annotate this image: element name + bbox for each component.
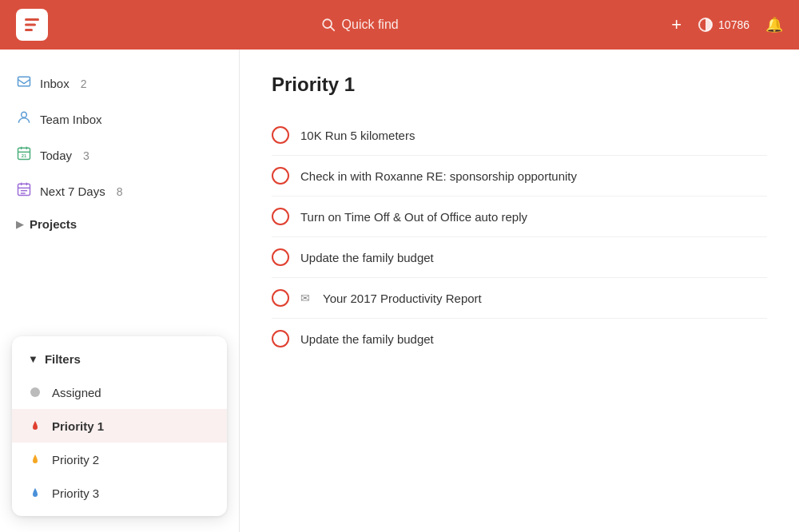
timer-value: 10786 — [718, 18, 749, 31]
today-label: Today — [40, 149, 72, 162]
sidebar-item-today[interactable]: 21 Today 3 — [0, 137, 239, 173]
task-item[interactable]: Update the family budget — [272, 237, 767, 278]
task-text: 10K Run 5 kilometers — [300, 129, 767, 142]
sidebar-projects[interactable]: ▶ Projects — [0, 209, 239, 239]
task-item[interactable]: ✉ Your 2017 Productivity Report — [272, 278, 767, 319]
today-badge: 3 — [83, 149, 89, 162]
task-checkbox[interactable] — [272, 208, 289, 225]
app-logo[interactable] — [16, 9, 48, 41]
projects-chevron: ▶ — [16, 219, 23, 230]
filter-priority2[interactable]: Priority 2 — [12, 443, 227, 476]
task-text: Check in with Roxanne RE: sponsorship op… — [300, 169, 767, 183]
svg-point-19 — [30, 387, 40, 397]
priority2-dot — [28, 452, 42, 466]
mail-icon: ✉ — [300, 292, 310, 304]
task-list: 10K Run 5 kilometers Check in with Roxan… — [272, 115, 767, 359]
svg-line-4 — [330, 27, 334, 31]
next7days-badge: 8 — [117, 185, 123, 198]
task-checkbox[interactable] — [272, 126, 289, 144]
task-item[interactable]: Update the family budget — [272, 319, 767, 359]
task-checkbox[interactable] — [272, 248, 289, 266]
task-checkbox[interactable] — [272, 167, 289, 185]
main-content: Priority 1 10K Run 5 kilometers Check in… — [240, 50, 799, 532]
priority1-dot — [28, 419, 42, 433]
filters-header[interactable]: ▼ Filters — [12, 343, 227, 375]
task-text: Your 2017 Productivity Report — [323, 292, 767, 305]
svg-rect-1 — [25, 24, 36, 26]
svg-rect-6 — [18, 77, 30, 86]
team-inbox-label: Team Inbox — [40, 113, 102, 126]
sidebar-item-next7days[interactable]: Next 7 Days 8 — [0, 173, 239, 209]
filter-assigned[interactable]: Assigned — [12, 375, 227, 409]
page-title: Priority 1 — [272, 73, 767, 96]
next7days-label: Next 7 Days — [40, 185, 105, 198]
today-icon: 21 — [16, 145, 32, 165]
task-checkbox[interactable] — [272, 330, 289, 347]
header-actions: + 10786 🔔 — [671, 14, 783, 35]
task-item[interactable]: 10K Run 5 kilometers — [272, 115, 767, 156]
filters-panel: ▼ Filters Assigned Priority 1 Priori — [12, 336, 227, 516]
inbox-icon — [16, 73, 32, 93]
header: Quick find + 10786 🔔 — [0, 0, 799, 50]
svg-point-7 — [22, 112, 27, 117]
sidebar-item-inbox[interactable]: Inbox 2 — [0, 66, 239, 101]
sidebar: Inbox 2 Team Inbox 21 — [0, 50, 240, 532]
filters-title: Filters — [45, 352, 81, 366]
inbox-badge: 2 — [81, 77, 87, 90]
task-checkbox[interactable] — [272, 289, 289, 307]
timer-display[interactable]: 10786 — [698, 17, 749, 33]
sidebar-item-team-inbox[interactable]: Team Inbox — [0, 101, 239, 137]
task-item[interactable]: Turn on Time Off & Out of Office auto re… — [272, 197, 767, 237]
priority3-dot — [28, 486, 42, 500]
svg-rect-0 — [25, 18, 39, 21]
timer-icon — [698, 17, 714, 33]
filter-priority3-label: Priority 3 — [52, 486, 99, 500]
task-text: Turn on Time Off & Out of Office auto re… — [300, 210, 767, 224]
inbox-label: Inbox — [40, 77, 70, 90]
task-text: Update the family budget — [300, 332, 767, 346]
main-layout: Inbox 2 Team Inbox 21 — [0, 50, 799, 532]
svg-rect-2 — [25, 29, 33, 31]
filter-assigned-label: Assigned — [52, 386, 101, 399]
filter-priority3[interactable]: Priority 3 — [12, 476, 227, 510]
next7days-icon — [16, 181, 32, 201]
team-inbox-icon — [16, 109, 32, 129]
projects-label: Projects — [30, 217, 77, 231]
filter-priority1[interactable]: Priority 1 — [12, 409, 227, 443]
search-label: Quick find — [342, 18, 399, 32]
add-button[interactable]: + — [671, 14, 682, 35]
task-item[interactable]: Check in with Roxanne RE: sponsorship op… — [272, 156, 767, 197]
notifications-bell[interactable]: 🔔 — [765, 16, 783, 34]
filters-chevron: ▼ — [28, 353, 38, 365]
svg-text:21: 21 — [22, 153, 27, 158]
filter-priority2-label: Priority 2 — [52, 453, 99, 466]
task-text: Update the family budget — [300, 251, 767, 264]
assigned-dot — [28, 385, 42, 399]
search-bar[interactable]: Quick find — [61, 18, 658, 32]
search-icon — [321, 18, 336, 32]
filter-priority1-label: Priority 1 — [52, 419, 104, 433]
